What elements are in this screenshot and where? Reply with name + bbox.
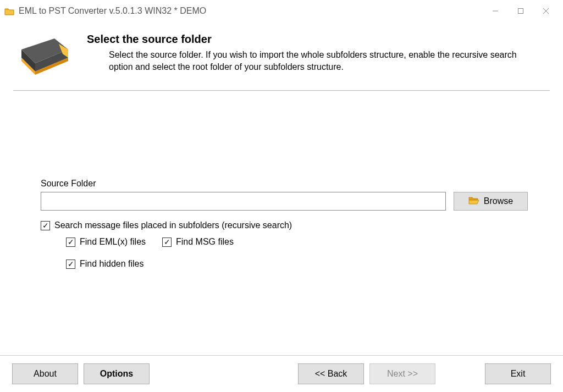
page-description: Select the source folder. If you wish to… bbox=[109, 49, 539, 74]
page-title: Select the source folder bbox=[87, 33, 539, 46]
maximize-button[interactable] bbox=[508, 2, 533, 20]
recursive-search-checkbox[interactable]: Search message files placed in subfolder… bbox=[41, 220, 528, 230]
folder-illustration-icon bbox=[13, 33, 74, 77]
find-msg-checkbox[interactable]: Find MSG files bbox=[162, 237, 234, 247]
wizard-header: Select the source folder Select the sour… bbox=[13, 33, 550, 91]
checkbox-icon bbox=[162, 238, 172, 247]
find-hidden-checkbox[interactable]: Find hidden files bbox=[66, 259, 528, 269]
wizard-footer: About Options << Back Next >> Exit bbox=[0, 355, 563, 392]
source-folder-label: Source Folder bbox=[41, 179, 528, 189]
svg-rect-1 bbox=[518, 9, 523, 14]
content-area: Select the source folder Select the sour… bbox=[0, 22, 563, 269]
recursive-search-label: Search message files placed in subfolder… bbox=[54, 220, 292, 230]
find-eml-checkbox[interactable]: Find EML(x) files bbox=[66, 237, 146, 247]
close-button[interactable] bbox=[533, 2, 559, 20]
checkbox-icon bbox=[66, 238, 75, 247]
source-folder-input[interactable] bbox=[41, 192, 446, 211]
checkbox-icon bbox=[66, 260, 75, 269]
window-controls bbox=[483, 2, 559, 20]
app-icon bbox=[4, 6, 14, 16]
next-button[interactable]: Next >> bbox=[369, 363, 435, 384]
browse-label: Browse bbox=[484, 196, 513, 206]
checkbox-icon bbox=[41, 221, 50, 230]
window-title: EML to PST Converter v.5.0.1.3 WIN32 * D… bbox=[19, 6, 206, 16]
browse-button[interactable]: Browse bbox=[454, 192, 528, 211]
back-button[interactable]: << Back bbox=[298, 363, 364, 384]
find-hidden-label: Find hidden files bbox=[80, 259, 144, 269]
options-button[interactable]: Options bbox=[84, 363, 150, 384]
find-msg-label: Find MSG files bbox=[176, 237, 234, 247]
exit-button[interactable]: Exit bbox=[485, 363, 551, 384]
titlebar: EML to PST Converter v.5.0.1.3 WIN32 * D… bbox=[0, 0, 563, 22]
about-button[interactable]: About bbox=[12, 363, 78, 384]
minimize-button[interactable] bbox=[483, 2, 508, 20]
folder-open-icon bbox=[468, 196, 479, 207]
find-eml-label: Find EML(x) files bbox=[80, 237, 146, 247]
form-area: Source Folder Browse Search message file… bbox=[13, 96, 550, 269]
